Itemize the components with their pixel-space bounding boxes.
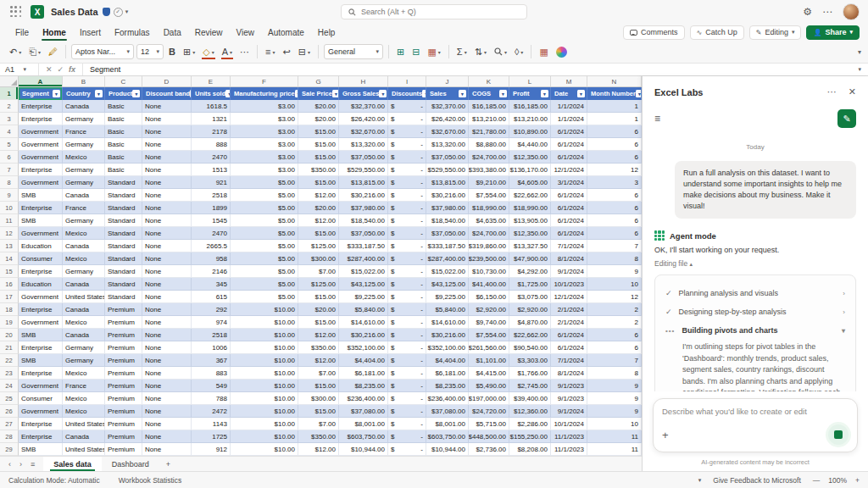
cell[interactable]: $5.00 [231, 227, 298, 240]
cell[interactable]: 912 [192, 443, 231, 456]
cell[interactable]: None [142, 164, 192, 176]
cell[interactable]: $20.00 [298, 100, 339, 113]
cell[interactable]: $24,700.00 [469, 151, 509, 164]
cell[interactable]: $13,320.00 [426, 138, 469, 151]
cell[interactable]: $10.00 [231, 354, 298, 367]
cell[interactable]: Government [19, 138, 63, 151]
cell[interactable]: $- [388, 380, 426, 392]
cell[interactable]: $- [388, 202, 426, 214]
cell[interactable]: $- [388, 278, 426, 291]
select-all-corner[interactable] [0, 76, 19, 86]
cell[interactable]: $- [388, 176, 426, 189]
cell[interactable]: Enterprise [19, 341, 63, 354]
table-header-cell[interactable]: Sales▾ [426, 87, 469, 100]
new-chat-button[interactable]: ✎ [837, 109, 856, 128]
cell[interactable]: 888 [192, 138, 231, 151]
cell[interactable]: 9 [587, 405, 642, 418]
cell[interactable]: $287,400.00 [426, 252, 469, 265]
row-header-11[interactable]: 11 [0, 214, 19, 227]
cell[interactable]: Government [19, 380, 63, 392]
cell[interactable]: $7.00 [298, 367, 339, 380]
cell[interactable]: $4,404.00 [339, 354, 388, 367]
cell[interactable]: 2146 [192, 265, 231, 278]
cell[interactable]: 2518 [192, 189, 231, 202]
copilot-button[interactable] [554, 43, 570, 60]
cell[interactable]: $13,320.00 [339, 138, 388, 151]
cell[interactable]: Enterprise [19, 303, 63, 316]
row-header-19[interactable]: 19 [0, 316, 19, 329]
cell[interactable]: $5.00 [231, 176, 298, 189]
cell[interactable]: Canada [63, 100, 105, 113]
cell[interactable]: Canada [63, 189, 105, 202]
cell[interactable]: $3.00 [231, 125, 298, 138]
cell[interactable]: None [142, 405, 192, 418]
cell[interactable]: $261,560.00 [469, 341, 509, 354]
cell[interactable]: 6 [587, 138, 642, 151]
table-header-cell[interactable]: Profit▾ [509, 87, 551, 100]
ribbon-tab-home[interactable]: Home [36, 26, 73, 39]
filter-button[interactable]: ▾ [53, 90, 60, 97]
cell[interactable]: France [63, 380, 105, 392]
cell[interactable]: 8 [587, 252, 642, 265]
cell[interactable]: United States [63, 291, 105, 303]
font-name-select[interactable]: Aptos Nar...▾ [71, 44, 134, 59]
cell[interactable]: $3,303.00 [509, 354, 551, 367]
cell[interactable]: 883 [192, 367, 231, 380]
cell[interactable]: 1513 [192, 164, 231, 176]
column-letter-M[interactable]: M [551, 76, 587, 86]
cell[interactable]: $6,181.00 [426, 367, 469, 380]
row-header-24[interactable]: 24 [0, 380, 19, 392]
row-header-8[interactable]: 8 [0, 176, 19, 189]
cell[interactable]: Canada [63, 430, 105, 443]
cell[interactable]: Government [19, 151, 63, 164]
add-attachment-button[interactable]: + [662, 429, 669, 441]
cell[interactable]: Basic [105, 164, 142, 176]
cell[interactable]: 10/1/2024 [551, 418, 587, 430]
cell[interactable]: $5.00 [231, 202, 298, 214]
cell[interactable]: 12/1/2024 [551, 291, 587, 303]
cell[interactable]: $- [388, 392, 426, 405]
cell[interactable]: $15,022.00 [426, 265, 469, 278]
cell[interactable]: $37,050.00 [426, 151, 469, 164]
cell[interactable]: $8,235.00 [426, 380, 469, 392]
cell[interactable]: $529,550.00 [339, 164, 388, 176]
cell[interactable]: 1618.5 [192, 100, 231, 113]
sensitivity-shield-icon[interactable] [103, 8, 110, 16]
filter-button[interactable]: ▾ [132, 90, 140, 97]
cell[interactable]: $10.00 [231, 329, 298, 341]
cell[interactable]: $5.00 [231, 214, 298, 227]
column-letter-N[interactable]: N [587, 76, 642, 86]
cell[interactable]: 11 [587, 430, 642, 443]
cell[interactable]: $- [388, 405, 426, 418]
format-painter-button[interactable]: 🖉 [46, 43, 60, 60]
table-header-cell[interactable]: Month Number▾ [587, 87, 642, 100]
status-chevron-icon[interactable]: ▾ [698, 477, 702, 484]
cell[interactable]: Mexico [63, 367, 105, 380]
row-header-29[interactable]: 29 [0, 443, 19, 456]
cell[interactable]: 2472 [192, 405, 231, 418]
cell[interactable]: $6,181.00 [339, 367, 388, 380]
cell[interactable]: 2470 [192, 151, 231, 164]
cell[interactable]: Premium [105, 405, 142, 418]
format-as-table-button[interactable]: ▦▾ [425, 43, 442, 60]
cell[interactable]: $13,210.00 [509, 113, 551, 125]
cell[interactable]: Standard [105, 227, 142, 240]
cell[interactable]: $4,292.00 [509, 265, 551, 278]
cell[interactable]: Premium [105, 329, 142, 341]
cell[interactable]: $6,150.00 [469, 291, 509, 303]
cell[interactable]: $43,125.00 [426, 278, 469, 291]
cell[interactable]: 9/1/2024 [551, 405, 587, 418]
filter-button[interactable]: ▾ [95, 90, 103, 97]
align-button[interactable]: ≡▾ [263, 43, 277, 60]
cell[interactable]: Mexico [63, 151, 105, 164]
cell[interactable]: $10,730.00 [469, 265, 509, 278]
cell[interactable]: 6 [587, 125, 642, 138]
cell[interactable]: None [142, 443, 192, 456]
agent-step[interactable]: ✓Planning analysis and visuals› [664, 284, 847, 302]
table-header-cell[interactable]: Product▾ [105, 87, 142, 100]
cell[interactable]: $5.00 [231, 291, 298, 303]
cell[interactable]: Germany [63, 164, 105, 176]
cell[interactable]: $15.00 [298, 125, 339, 138]
cell[interactable]: $14,610.00 [339, 316, 388, 329]
cell[interactable]: Premium [105, 430, 142, 443]
